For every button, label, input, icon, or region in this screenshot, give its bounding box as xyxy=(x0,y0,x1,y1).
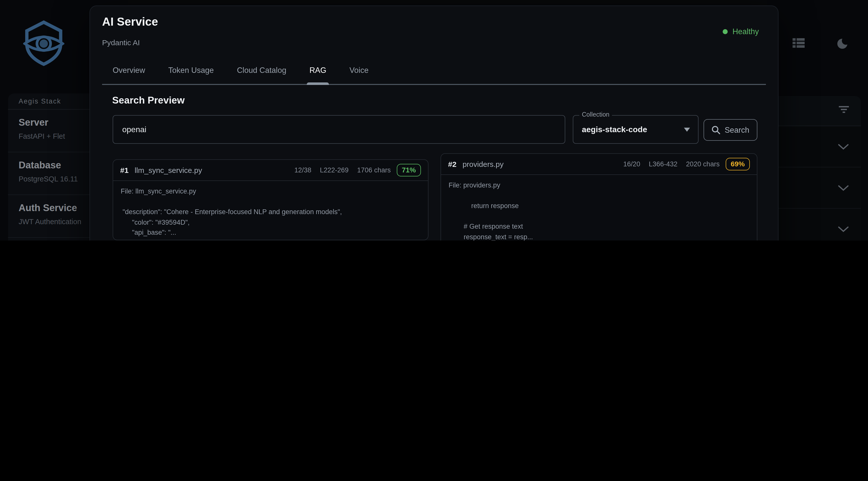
result-meta: 16/20 L366-432 2020 chars xyxy=(623,160,720,168)
result-chars: 1706 chars xyxy=(357,166,391,174)
health-status-badge: Healthy xyxy=(723,27,759,36)
result-snippet: File: llm_sync_service.py "description":… xyxy=(113,181,428,240)
result-lines: L222-269 xyxy=(320,166,348,174)
search-button[interactable]: Search xyxy=(704,119,757,141)
result-filename: llm_sync_service.py xyxy=(134,166,202,174)
result-header: #1 llm_sync_service.py 12/38 L222-269 17… xyxy=(113,160,428,181)
dialog-tabs: Overview Token Usage Cloud Catalog RAG V… xyxy=(90,56,778,85)
dialog-subtitle: Pydantic AI xyxy=(102,38,140,47)
health-status-label: Healthy xyxy=(733,27,759,36)
tab-voice[interactable]: Voice xyxy=(349,56,369,85)
search-result-card: #1 llm_sync_service.py 12/38 L222-269 17… xyxy=(113,159,429,240)
result-header: #2 providers.py 16/20 L366-432 2020 char… xyxy=(441,154,757,175)
search-button-label: Search xyxy=(725,125,749,134)
result-score-badge: 69% xyxy=(726,158,750,170)
tab-rag[interactable]: RAG xyxy=(310,56,327,85)
result-chars: 2020 chars xyxy=(686,160,720,168)
result-rank: #1 xyxy=(120,166,128,174)
collection-select-value: aegis-stack-code xyxy=(582,116,647,143)
search-query-input[interactable] xyxy=(113,115,565,144)
app-root: Aegis Stack Server FastAPI + Flet Databa… xyxy=(0,0,868,241)
result-chunk: 12/38 xyxy=(294,166,312,174)
result-lines: L366-432 xyxy=(649,160,677,168)
result-rank: #2 xyxy=(448,160,456,168)
search-result-card: #2 providers.py 16/20 L366-432 2020 char… xyxy=(440,153,757,241)
search-icon xyxy=(712,126,720,134)
ai-service-dialog: AI Service Pydantic AI Healthy Overview … xyxy=(90,5,778,241)
tab-token-usage[interactable]: Token Usage xyxy=(168,56,214,85)
tab-overview[interactable]: Overview xyxy=(113,56,145,85)
collection-select[interactable]: Collection aegis-stack-code xyxy=(573,115,699,144)
result-chunk: 16/20 xyxy=(623,160,641,168)
dropdown-caret-icon xyxy=(684,127,690,131)
section-title: Search Preview xyxy=(112,95,185,106)
result-score-badge: 71% xyxy=(397,164,421,177)
result-snippet: File: providers.py return response # Get… xyxy=(441,175,757,241)
result-filename: providers.py xyxy=(462,160,503,168)
tab-cloud-catalog[interactable]: Cloud Catalog xyxy=(237,56,286,85)
health-status-dot-icon xyxy=(723,29,728,34)
dialog-title: AI Service xyxy=(102,15,158,29)
result-meta: 12/38 L222-269 1706 chars xyxy=(294,166,391,174)
